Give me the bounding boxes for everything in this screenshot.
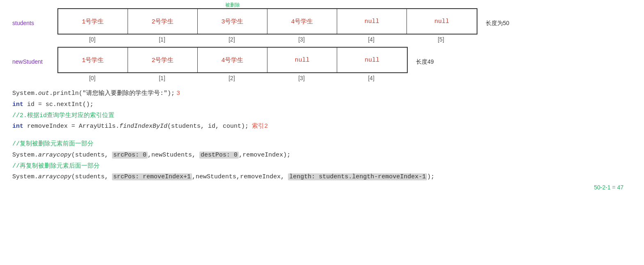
code-findindex-args: (students, id, count); <box>167 123 249 130</box>
code-removeindex-pre: removeIndex = ArrayUtils. <box>23 123 119 130</box>
students-array-container: 1号学生 2号学生 被删除 3号学生 4号学生 null null [0] [1… <box>57 8 477 43</box>
students-index-1: [1] <box>127 36 197 43</box>
sum-line: 50-2-1 = 47 <box>12 184 632 191</box>
newstudent-index-0: [0] <box>57 75 127 81</box>
code-comment-2: //复制被删除元素前面一部分 <box>12 141 94 147</box>
deleted-label: 被删除 <box>225 2 240 9</box>
code-system-6: System. <box>12 152 38 159</box>
students-cell-1: 2号学生 <box>128 9 198 34</box>
students-cell-0: 1号学生 <box>58 9 128 34</box>
code-line-5: //复制被删除元素前面一部分 <box>12 139 632 150</box>
newstudent-array-section: newStudent 1号学生 2号学生 4号学生 null null [0] … <box>12 47 632 81</box>
code-system-8: System. <box>12 173 38 180</box>
code-result-index: 索引2 <box>252 123 268 130</box>
code-println: .println("请您输入要删除的学生学号:"); <box>49 90 175 97</box>
students-cell-3: 4号学生 <box>267 9 337 34</box>
code-out: out <box>38 90 49 97</box>
students-indices: [0] [1] [2] [3] [4] [5] <box>57 36 477 43</box>
code-system-1: System. <box>12 90 38 97</box>
students-cell-5: null <box>407 9 477 34</box>
students-cells: 1号学生 2号学生 被删除 3号学生 4号学生 null null <box>57 8 477 35</box>
newstudent-label: newStudent <box>12 47 57 65</box>
code-line-2: int id = sc.nextInt(); <box>12 100 632 110</box>
newstudent-cell-1: 2号学生 <box>128 48 198 72</box>
code-line8-mid: ,newStudents, <box>192 173 240 180</box>
code-line-3: //2.根据id查询学生对应的索引位置 <box>12 111 632 121</box>
code-arraycopy-2: arraycopy <box>38 173 71 180</box>
code-int-2: int <box>12 123 23 130</box>
students-index-3: [3] <box>267 36 336 43</box>
code-srcpos-0: srcPos: 0 <box>112 152 148 159</box>
students-index-5: [5] <box>406 36 476 43</box>
code-line6-open: (students, <box>71 152 112 159</box>
newstudent-index-4: [4] <box>336 75 406 81</box>
newstudent-array-container: 1号学生 2号学生 4号学生 null null [0] [1] [2] [3]… <box>57 47 408 81</box>
students-cell-4: null <box>337 9 407 34</box>
newstudent-index-1: [1] <box>127 75 197 81</box>
code-destpos-0: destPos: 0 <box>199 152 239 159</box>
code-line-4: int removeIndex = ArrayUtils.findIndexBy… <box>12 122 632 132</box>
code-line8-removeindex: removeIndex, <box>240 173 288 180</box>
newstudent-cell-4: null <box>337 48 407 72</box>
newstudent-cell-2: 4号学生 <box>198 48 267 72</box>
newstudent-cells: 1号学生 2号学生 4号学生 null null <box>57 47 408 73</box>
code-line6-end: ,removeIndex); <box>239 152 290 159</box>
blank-line-1 <box>12 133 632 138</box>
code-value-3: 3 <box>176 90 180 97</box>
students-index-4: [4] <box>336 36 406 43</box>
code-comment-3: //再复制被删除元素后面一部分 <box>12 163 100 170</box>
code-line6-mid: ,newStudents, <box>148 152 199 159</box>
newstudent-indices: [0] [1] [2] [3] [4] <box>57 75 408 81</box>
newstudent-length: 长度49 <box>416 47 434 66</box>
students-index-2: [2] <box>197 36 267 43</box>
students-length: 长度为50 <box>486 8 509 27</box>
code-line8-open: (students, <box>71 173 112 180</box>
code-findindex: findIndexById <box>119 123 167 130</box>
students-index-0: [0] <box>57 36 127 43</box>
newstudent-index-3: [3] <box>267 75 336 81</box>
code-line2-rest: id = sc.nextInt(); <box>23 101 94 108</box>
students-array-section: students 1号学生 2号学生 被删除 3号学生 4号学生 null nu… <box>12 8 632 43</box>
students-label: students <box>12 8 57 26</box>
code-line-1: System.out.println("请您输入要删除的学生学号:");3 <box>12 89 632 99</box>
code-comment-1: //2.根据id查询学生对应的索引位置 <box>12 112 114 119</box>
code-int-1: int <box>12 101 23 108</box>
students-cell-2: 被删除 3号学生 <box>198 9 267 34</box>
code-srcpos-1: srcPos: removeIndex+1 <box>112 173 192 180</box>
code-line-8: System.arraycopy(students, srcPos: remov… <box>12 172 632 182</box>
code-line-6: System.arraycopy(students, srcPos: 0,new… <box>12 150 632 161</box>
code-section: System.out.println("请您输入要删除的学生学号:");3 in… <box>12 89 632 191</box>
code-arraycopy-1: arraycopy <box>38 152 71 159</box>
newstudent-cell-3: null <box>267 48 337 72</box>
newstudent-index-2: [2] <box>197 75 267 81</box>
code-length-param: length: students.length-removeIndex-1 <box>288 173 427 180</box>
code-line8-end: ); <box>427 173 434 180</box>
code-line-7: //再复制被删除元素后面一部分 <box>12 161 632 172</box>
newstudent-cell-0: 1号学生 <box>58 48 128 72</box>
